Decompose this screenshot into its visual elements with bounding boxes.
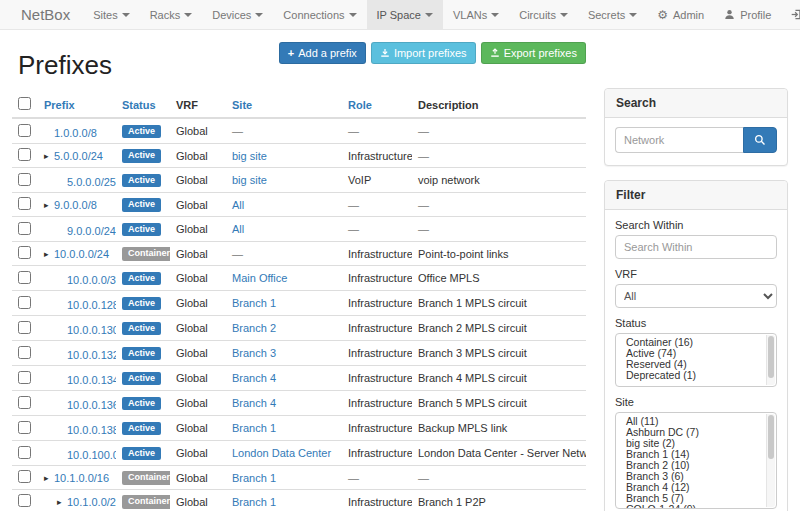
column-header-role[interactable]: Role — [342, 92, 412, 118]
search-input[interactable] — [615, 127, 743, 153]
prefix-link[interactable]: 10.1.0.0/24 — [67, 496, 116, 508]
status-badge: Active — [122, 422, 161, 436]
listbox-option[interactable]: COLO-1-24 (9) — [616, 504, 776, 509]
description-value: Branch 1 MPLS circuit — [418, 297, 527, 309]
row-checkbox[interactable] — [18, 148, 31, 161]
prefix-link[interactable]: 10.0.0.128/31 — [67, 299, 116, 311]
row-checkbox[interactable] — [18, 271, 31, 284]
row-checkbox[interactable] — [18, 470, 31, 483]
row-checkbox[interactable] — [18, 321, 31, 334]
prefix-link[interactable]: 10.0.0.132/31 — [67, 349, 116, 361]
prefix-link[interactable]: 5.0.0.0/25 — [67, 176, 116, 188]
row-checkbox[interactable] — [18, 173, 31, 186]
scrollbar[interactable] — [766, 335, 775, 385]
nav-item-secrets[interactable]: Secrets — [578, 0, 647, 29]
nav-item-connections[interactable]: Connections — [273, 0, 366, 29]
site-link[interactable]: Branch 1 — [232, 422, 276, 434]
nav-item-admin[interactable]: ⚙ Admin — [647, 0, 714, 29]
select-all-checkbox[interactable] — [18, 97, 31, 110]
description-value: Branch 4 MPLS circuit — [418, 372, 527, 384]
vrf-value: Global — [176, 248, 208, 260]
nav-item-racks[interactable]: Racks — [140, 0, 203, 29]
row-checkbox[interactable] — [18, 494, 31, 507]
site-link[interactable]: Branch 4 — [232, 397, 276, 409]
nav-item-circuits[interactable]: Circuits — [509, 0, 578, 29]
role-value: Infrastructure — [348, 347, 412, 359]
table-row: 10.0.0.132/31ActiveGlobalBranch 3Infrast… — [12, 341, 586, 366]
row-checkbox[interactable] — [18, 222, 31, 235]
role-value: Infrastructure — [348, 496, 412, 508]
role-value: Infrastructure — [348, 322, 412, 334]
row-checkbox[interactable] — [18, 296, 31, 309]
search-within-input[interactable] — [615, 235, 777, 259]
scrollbar[interactable] — [766, 414, 775, 507]
status-badge: Active — [122, 198, 161, 212]
role-value: Infrastructure — [348, 422, 412, 434]
site-link[interactable]: All — [232, 223, 244, 235]
vrf-value: Global — [176, 223, 208, 235]
site-link[interactable]: Branch 1 — [232, 496, 276, 508]
nav-item-sites[interactable]: Sites — [83, 0, 139, 29]
listbox-option[interactable]: Deprecated (1) — [616, 370, 776, 381]
prefix-link[interactable]: 10.0.0.0/31 — [67, 274, 116, 286]
role-value: VoIP — [348, 174, 371, 186]
row-checkbox[interactable] — [18, 396, 31, 409]
prefix-link[interactable]: 10.0.0.134/31 — [67, 374, 116, 386]
column-header-site[interactable]: Site — [226, 92, 342, 118]
site-link[interactable]: Branch 3 — [232, 347, 276, 359]
prefix-link[interactable]: 10.0.100.0/24 — [67, 449, 116, 461]
status-badge: Container — [122, 471, 170, 485]
site-link[interactable]: big site — [232, 150, 267, 162]
nav-item-vlans[interactable]: VLANs — [443, 0, 509, 29]
prefix-link[interactable]: 9.0.0.0/8 — [54, 199, 97, 211]
status-listbox[interactable]: Container (16)Active (74)Reserved (4)Dep… — [615, 333, 777, 387]
column-header-prefix[interactable]: Prefix — [38, 92, 116, 118]
site-value: — — [232, 125, 243, 137]
nav-item-devices[interactable]: Devices — [202, 0, 273, 29]
action-buttons: + Add a prefix Import prefixes Export pr… — [279, 42, 586, 64]
page-title: Prefixes — [18, 50, 112, 81]
row-checkbox[interactable] — [18, 197, 31, 210]
vrf-value: Global — [176, 297, 208, 309]
prefix-link[interactable]: 10.0.0.0/24 — [54, 248, 109, 260]
vrf-select[interactable]: All — [615, 284, 777, 308]
prefix-link[interactable]: 10.0.0.130/31 — [67, 324, 116, 336]
prefix-link[interactable]: 10.1.0.0/16 — [54, 472, 109, 484]
site-listbox[interactable]: All (11)Ashburn DC (7)big site (2)Branch… — [615, 412, 777, 509]
nav-item-logout[interactable]: Log out — [781, 0, 800, 29]
site-link[interactable]: London Data Center — [232, 447, 331, 459]
prefix-table: Prefix Status VRF Site Role Description … — [12, 92, 586, 511]
nav-item-ip-space[interactable]: IP Space — [367, 0, 443, 29]
add-prefix-button[interactable]: + Add a prefix — [279, 42, 366, 64]
site-link[interactable]: Branch 1 — [232, 297, 276, 309]
import-prefixes-button[interactable]: Import prefixes — [371, 42, 476, 64]
row-checkbox[interactable] — [18, 246, 31, 259]
prefix-link[interactable]: 1.0.0.0/8 — [54, 127, 97, 139]
import-prefixes-label: Import prefixes — [394, 47, 467, 59]
row-checkbox[interactable] — [18, 371, 31, 384]
prefix-link[interactable]: 9.0.0.0/24 — [67, 225, 116, 237]
brand-netbox[interactable]: NetBox — [8, 0, 83, 29]
prefix-link[interactable]: 10.0.0.138/31 — [67, 424, 116, 436]
row-checkbox[interactable] — [18, 124, 31, 137]
role-value: — — [348, 125, 359, 137]
site-link[interactable]: big site — [232, 174, 267, 186]
row-checkbox[interactable] — [18, 446, 31, 459]
prefix-link[interactable]: 10.0.0.136/31 — [67, 399, 116, 411]
site-link[interactable]: Branch 1 — [232, 472, 276, 484]
site-value: — — [232, 248, 243, 260]
chevron-down-icon — [629, 13, 637, 17]
site-link[interactable]: Branch 2 — [232, 322, 276, 334]
prefix-link[interactable]: 5.0.0.0/24 — [54, 150, 103, 162]
table-row: ▸10.1.0.0/16ContainerGlobalBranch 1—— — [12, 466, 586, 490]
nav-item-profile[interactable]: Profile — [714, 0, 781, 29]
row-checkbox[interactable] — [18, 421, 31, 434]
site-link[interactable]: Main Office — [232, 272, 287, 284]
export-prefixes-button[interactable]: Export prefixes — [481, 42, 586, 64]
column-header-status[interactable]: Status — [116, 92, 170, 118]
site-link[interactable]: All — [232, 199, 244, 211]
row-checkbox[interactable] — [18, 346, 31, 359]
site-link[interactable]: Branch 4 — [232, 372, 276, 384]
search-button[interactable] — [743, 127, 777, 153]
role-value: Infrastructure — [348, 297, 412, 309]
